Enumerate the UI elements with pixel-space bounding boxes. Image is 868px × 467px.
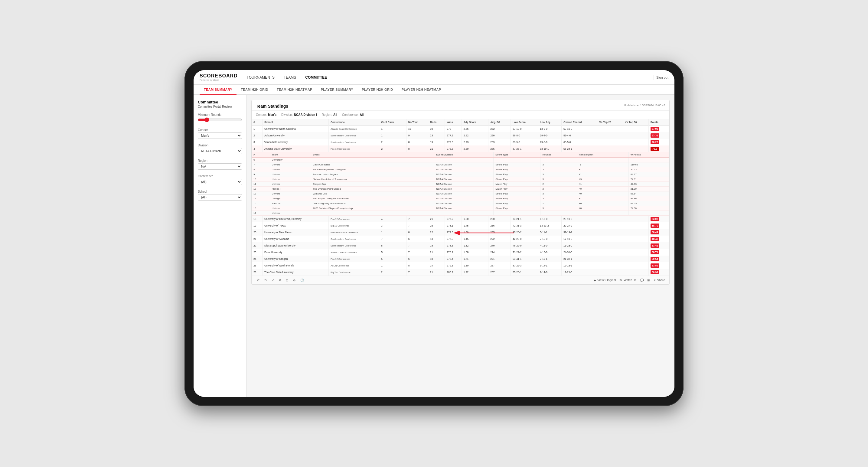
low-score-cell: 42-31-3 [511, 222, 538, 229]
share-button[interactable]: ↗ Share [653, 279, 665, 282]
conference-select[interactable]: (All) [198, 179, 242, 185]
navigate-button[interactable]: ⤢ [270, 278, 275, 282]
standings-table: # School Conference Conf Rank No Tour Rn… [252, 119, 669, 276]
exp-rounds: 2 [540, 187, 577, 191]
wins-cell: 277.6 [445, 229, 462, 236]
division-select[interactable]: NCAA Division I NCAA Division II [198, 148, 242, 154]
subnav-team-summary[interactable]: TEAM SUMMARY [199, 85, 237, 95]
vs25-cell [597, 216, 623, 222]
view-label: View: Original [597, 279, 616, 282]
col-wins: Wins [445, 119, 462, 126]
filter-division: Division NCAA Division I NCAA Division I… [198, 144, 242, 154]
vs25-cell [597, 222, 623, 229]
exp-rank-impact: +0 [577, 201, 629, 206]
table-row: 1 University of North Carolina Atlantic … [252, 126, 669, 132]
min-rounds-slider[interactable] [198, 117, 242, 122]
exp-event [311, 211, 434, 216]
nav-teams[interactable]: TEAMS [284, 71, 296, 84]
subnav-player-h2h-grid[interactable]: PLAYER H2H GRID [358, 85, 397, 94]
points-cell[interactable]: 90.20 [648, 139, 669, 146]
points-cell[interactable]: 88.70 [648, 222, 669, 229]
wins-cell: 277.9 [445, 236, 462, 242]
nav-tournaments[interactable]: TOURNAMENTS [247, 71, 275, 84]
vs50-cell [623, 269, 649, 276]
filter-school-label: School [198, 190, 242, 193]
sign-out-button[interactable]: Sign out [656, 75, 669, 79]
rnds-cell: 25 [428, 222, 445, 229]
exp-rank-impact: -1 [577, 162, 629, 167]
time-button[interactable]: 🕐 [299, 278, 305, 282]
school-select[interactable]: (All) [198, 194, 242, 200]
exp-rounds [540, 211, 577, 216]
conf-cell: Southeastern Conference [329, 139, 379, 146]
conf-filter-value: All [360, 113, 364, 117]
adj-cell: 1.60 [462, 216, 489, 222]
exp-num: 13 [252, 191, 270, 196]
col-rank: # [252, 119, 262, 126]
filter-region-display: Region: All [322, 113, 337, 117]
exp-team: Univers [270, 191, 311, 196]
exp-division: NCAA Division I [434, 162, 494, 167]
redo-button[interactable]: ↻ [263, 278, 268, 282]
grid-button[interactable]: ⊞ [647, 279, 650, 282]
watch-button[interactable]: 👁 Watch ▼ [619, 279, 636, 282]
exp-rounds: 3 [540, 191, 577, 196]
points-cell[interactable]: 48.48 [648, 236, 669, 242]
subnav-player-h2h-heatmap[interactable]: PLAYER H2H HEATMAP [397, 85, 445, 94]
division-filter-value: NCAA Division I [294, 113, 317, 117]
school-cell: University of California, Berkeley [262, 216, 329, 222]
exp-event: Ben Hogan Collegiate Invitational [311, 196, 434, 201]
exp-division [434, 158, 494, 162]
gender-select[interactable]: Men's Women's [198, 132, 242, 139]
points-cell[interactable]: 83.07 [648, 216, 669, 222]
points-cell[interactable]: 97.02 [648, 126, 669, 132]
points-cell[interactable]: 88.49 [648, 229, 669, 236]
col-no-tour: No Tour [406, 119, 428, 126]
wins-cell: 277.2 [445, 216, 462, 222]
watch-icon: 👁 [619, 279, 622, 282]
exp-rounds [540, 158, 577, 162]
rnds-cell: 18 [428, 242, 445, 249]
rnds-cell: 19 [428, 139, 445, 146]
view-original-button[interactable]: ▶ View: Original [594, 279, 616, 282]
nav-committee[interactable]: COMMITTEE [305, 71, 327, 84]
region-select[interactable]: N/A All [198, 163, 242, 170]
share-icon: ↗ [653, 279, 656, 282]
exp-team: Univers [270, 211, 311, 216]
no-tour-cell: 6 [406, 256, 428, 262]
exp-team: University [270, 158, 311, 162]
subnav-team-h2h-grid[interactable]: TEAM H2H GRID [237, 85, 273, 94]
points-cell[interactable]: 83.89 [648, 262, 669, 269]
conf-rank-cell: 5 [379, 256, 406, 262]
crop-button[interactable]: ⊡ [285, 278, 289, 282]
overall-cell: 29-27-2 [561, 222, 597, 229]
exp-type: Stroke Play [494, 196, 540, 201]
no-tour-cell: 7 [406, 216, 428, 222]
points-cell[interactable]: 93.31 [648, 132, 669, 139]
points-cell[interactable]: 88.71 [648, 249, 669, 256]
points-cell[interactable]: 80.94 [648, 269, 669, 276]
conf-rank-cell: 4 [379, 216, 406, 222]
copy-button[interactable]: ⧉ [278, 278, 282, 282]
no-tour-cell: 8 [406, 146, 428, 152]
rnds-cell: 23 [428, 132, 445, 139]
school-cell: Vanderbilt University [262, 139, 329, 146]
undo-button[interactable]: ↺ [256, 278, 261, 282]
points-cell[interactable]: 79.5 [648, 146, 669, 152]
rank-cell: 1 [252, 126, 262, 132]
division-filter-label: Division: [281, 113, 293, 117]
exp-rounds: 3 [540, 177, 577, 182]
info-button[interactable]: ⊙ [292, 278, 297, 282]
points-cell[interactable]: 50.54 [648, 256, 669, 262]
exp-num: 10 [252, 177, 270, 182]
comment-button[interactable]: 💬 [640, 279, 644, 282]
subnav-player-summary[interactable]: PLAYER SUMMARY [317, 85, 358, 94]
table-row: 26 The Ohio State University Big Ten Con… [252, 269, 669, 276]
expanded-table-row: 7 Univers Cabo Collegiate NCAA Division … [252, 162, 669, 167]
low-adj-cell: 29-5-0 [538, 139, 562, 146]
overall-cell: 50-10-0 [561, 126, 597, 132]
subnav-team-h2h-heatmap[interactable]: TEAM H2H HEATMAP [273, 85, 317, 94]
points-cell[interactable]: 63.41 [648, 242, 669, 249]
vs50-cell [623, 236, 649, 242]
expanded-table-row: 10 Univers National Invitational Tournam… [252, 177, 669, 182]
